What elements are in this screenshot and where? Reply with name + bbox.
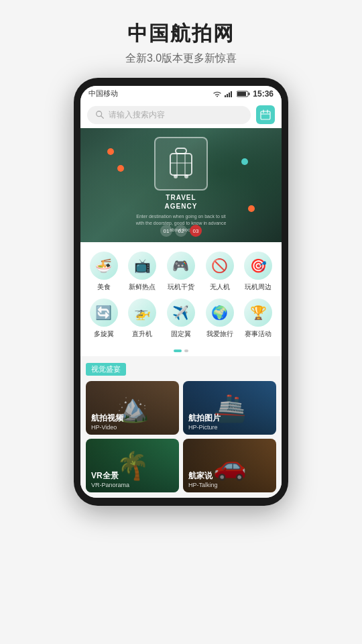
svg-rect-3 — [231, 91, 232, 97]
category-label-7: 固定翼 — [171, 329, 191, 339]
app-subtitle: 全新3.0版本更多新惊喜 — [125, 52, 237, 66]
category-item-5[interactable]: 🔄 多旋翼 — [86, 299, 122, 339]
calendar-icon — [260, 109, 271, 120]
luggage-icon — [154, 137, 208, 191]
banner-dot-2[interactable]: 02 — [175, 225, 187, 237]
map-pin-3 — [241, 158, 248, 165]
calendar-button[interactable] — [256, 105, 275, 124]
category-icon-0: 🍜 — [90, 252, 118, 280]
banner[interactable]: TRAVEL AGENCY Enter destination when goi… — [80, 128, 282, 242]
carrier-label: 中国移动 — [88, 89, 118, 99]
app-title: 中国航拍网 — [127, 20, 235, 48]
category-icon-5: 🔄 — [90, 299, 118, 327]
phone-shell: 中国移动 — [74, 78, 288, 506]
categories-section: 🍜 美食 📺 新鲜热点 🎮 玩机干货 🚫 无人机 🎯 玩机周边 🔄 多旋翼 🚁 … — [80, 242, 282, 344]
banner-content: TRAVEL AGENCY Enter destination when goi… — [134, 137, 228, 233]
feature-section: 视觉盛宴 🏔️ 航拍视频 HP-Video 🚢 航拍图片 HP-Picture … — [80, 356, 282, 498]
outer-wrapper: 中国航拍网 全新3.0版本更多新惊喜 中国移动 — [0, 0, 362, 644]
category-item-0[interactable]: 🍜 美食 — [86, 252, 122, 292]
svg-rect-14 — [170, 154, 192, 175]
category-item-8[interactable]: 🌍 我爱旅行 — [202, 299, 238, 339]
page-dot-1 — [174, 350, 182, 352]
category-item-6[interactable]: 🚁 直升机 — [125, 299, 161, 339]
svg-rect-9 — [261, 111, 270, 119]
category-icon-9: 🏆 — [244, 299, 272, 327]
svg-rect-6 — [249, 93, 250, 95]
category-icon-1: 📺 — [128, 252, 156, 280]
travel-agency-text: TRAVEL AGENCY — [165, 193, 198, 211]
map-pin-1 — [107, 148, 114, 155]
search-input-wrap[interactable]: 请输入搜索内容 — [87, 106, 251, 124]
section-header: 视觉盛宴 — [86, 363, 276, 376]
category-label-2: 玩机干货 — [168, 282, 194, 292]
feature-card-talk[interactable]: 🚗 航家说 HP-Talking — [183, 439, 276, 492]
svg-line-8 — [101, 116, 104, 119]
category-label-0: 美食 — [97, 282, 111, 292]
svg-point-19 — [184, 174, 188, 178]
banner-dot-3[interactable]: 03 — [190, 225, 202, 237]
search-icon — [95, 110, 105, 119]
map-pin-2 — [117, 165, 124, 172]
phone-screen: 中国移动 — [80, 86, 282, 498]
feature-card-text-video: 航拍视频 HP-Video — [91, 413, 123, 431]
feature-card-title-talk: 航家说 — [188, 470, 218, 482]
category-item-2[interactable]: 🎮 玩机干货 — [163, 252, 199, 292]
category-item-1[interactable]: 📺 新鲜热点 — [125, 252, 161, 292]
svg-rect-1 — [227, 94, 228, 97]
feature-grid: 🏔️ 航拍视频 HP-Video 🚢 航拍图片 HP-Picture 🌴 VR全… — [86, 381, 276, 492]
category-icon-3: 🚫 — [206, 252, 234, 280]
feature-card-subtitle-picture: HP-Picture — [188, 424, 221, 431]
category-item-3[interactable]: 🚫 无人机 — [202, 252, 238, 292]
category-icon-8: 🌍 — [206, 299, 234, 327]
feature-card-title-vr: VR全景 — [91, 470, 129, 482]
category-icon-2: 🎮 — [167, 252, 195, 280]
category-label-8: 我爱旅行 — [206, 329, 233, 339]
svg-rect-0 — [225, 95, 226, 97]
categories-grid: 🍜 美食 📺 新鲜热点 🎮 玩机干货 🚫 无人机 🎯 玩机周边 🔄 多旋翼 🚁 … — [86, 252, 276, 339]
page-dot-2 — [184, 350, 188, 352]
search-bar-row: 请输入搜索内容 — [80, 101, 282, 128]
feature-card-text-vr: VR全景 VR-Panorama — [91, 470, 129, 488]
section-tag: 视觉盛宴 — [86, 363, 126, 376]
svg-rect-2 — [229, 93, 230, 97]
banner-dots: 01 02 03 — [160, 225, 202, 237]
category-label-4: 玩机周边 — [245, 282, 272, 292]
battery-icon — [237, 91, 250, 97]
search-placeholder: 请输入搜索内容 — [109, 109, 165, 121]
feature-card-text-talk: 航家说 HP-Talking — [188, 470, 218, 488]
signal-icon — [225, 91, 234, 97]
status-bar: 中国移动 — [80, 86, 282, 101]
category-item-9[interactable]: 🏆 赛事活动 — [240, 299, 276, 339]
feature-card-picture[interactable]: 🚢 航拍图片 HP-Picture — [183, 381, 276, 435]
feature-card-subtitle-vr: VR-Panorama — [91, 482, 129, 488]
svg-rect-5 — [237, 92, 246, 96]
category-icon-7: ✈️ — [167, 299, 195, 327]
feature-card-subtitle-talk: HP-Talking — [188, 482, 218, 488]
feature-card-subtitle-video: HP-Video — [91, 424, 123, 431]
svg-point-18 — [174, 174, 178, 178]
page-dots-indicator — [80, 344, 282, 356]
feature-card-vr[interactable]: 🌴 VR全景 VR-Panorama — [86, 439, 179, 492]
status-time: 15:36 — [253, 89, 274, 99]
svg-rect-13 — [176, 148, 186, 154]
category-label-3: 无人机 — [210, 282, 230, 292]
status-right: 15:36 — [213, 89, 274, 99]
feature-card-title-picture: 航拍图片 — [188, 413, 221, 424]
category-label-6: 直升机 — [132, 329, 152, 339]
category-item-4[interactable]: 🎯 玩机周边 — [240, 252, 276, 292]
category-icon-4: 🎯 — [244, 252, 272, 280]
luggage-svg — [168, 147, 194, 180]
banner-dot-1[interactable]: 01 — [160, 225, 172, 237]
feature-card-title-video: 航拍视频 — [91, 413, 123, 424]
category-label-1: 新鲜热点 — [129, 282, 156, 292]
feature-card-video[interactable]: 🏔️ 航拍视频 HP-Video — [86, 381, 179, 435]
wifi-icon — [213, 91, 222, 97]
feature-card-text-picture: 航拍图片 HP-Picture — [188, 413, 221, 431]
category-label-9: 赛事活动 — [245, 329, 272, 339]
map-pin-4 — [248, 205, 255, 212]
category-item-7[interactable]: ✈️ 固定翼 — [163, 299, 199, 339]
category-icon-6: 🚁 — [128, 299, 156, 327]
category-label-5: 多旋翼 — [94, 329, 114, 339]
